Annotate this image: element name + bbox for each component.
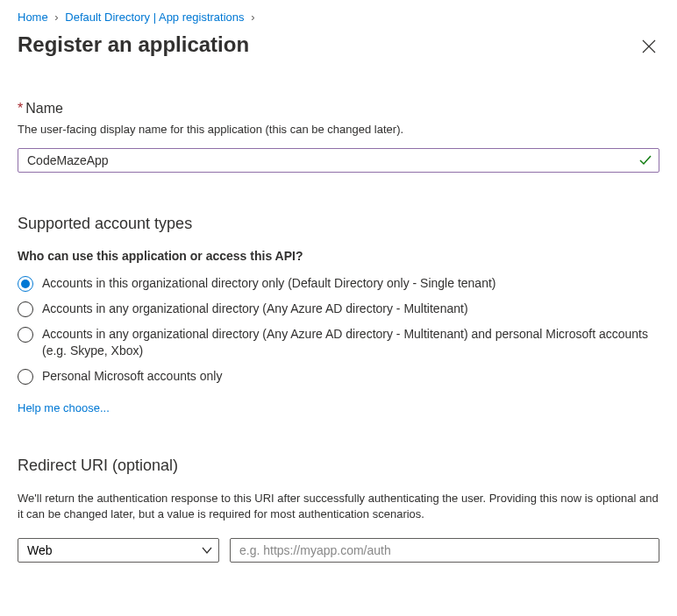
chevron-right-icon: › [54, 11, 58, 24]
radio-icon [18, 276, 33, 292]
breadcrumb-home[interactable]: Home [18, 11, 48, 24]
account-types-heading: Supported account types [18, 215, 659, 233]
radio-icon [18, 327, 33, 343]
breadcrumb: Home › Default Directory | App registrat… [18, 11, 659, 24]
redirect-uri-heading: Redirect URI (optional) [18, 457, 659, 475]
account-type-radio-0[interactable]: Accounts in this organizational director… [18, 275, 659, 292]
name-label: *Name [18, 101, 659, 117]
chevron-right-icon: › [251, 11, 254, 24]
account-types-radio-group: Accounts in this organizational director… [18, 275, 659, 385]
radio-icon [18, 301, 33, 317]
breadcrumb-directory[interactable]: Default Directory | App registrations [65, 11, 244, 24]
redirect-uri-input[interactable] [230, 538, 659, 563]
radio-label: Personal Microsoft accounts only [42, 368, 659, 385]
account-type-radio-2[interactable]: Accounts in any organizational directory… [18, 326, 659, 359]
app-name-input[interactable] [18, 148, 659, 173]
account-types-question: Who can use this application or access t… [18, 249, 659, 263]
redirect-uri-helper: We'll return the authentication response… [18, 491, 659, 522]
radio-icon [18, 369, 33, 385]
platform-select[interactable]: Web [18, 538, 219, 563]
name-helper-text: The user-facing display name for this ap… [18, 122, 659, 138]
close-button[interactable] [638, 36, 659, 60]
radio-label: Accounts in this organizational director… [42, 275, 659, 292]
help-me-choose-link[interactable]: Help me choose... [18, 401, 110, 414]
account-type-radio-3[interactable]: Personal Microsoft accounts only [18, 368, 659, 385]
account-type-radio-1[interactable]: Accounts in any organizational directory… [18, 301, 659, 317]
radio-label: Accounts in any organizational directory… [42, 326, 659, 359]
checkmark-icon [638, 153, 652, 167]
radio-label: Accounts in any organizational directory… [42, 301, 659, 317]
page-title: Register an application [18, 32, 249, 57]
close-icon [642, 43, 656, 56]
required-star-icon: * [18, 101, 23, 116]
